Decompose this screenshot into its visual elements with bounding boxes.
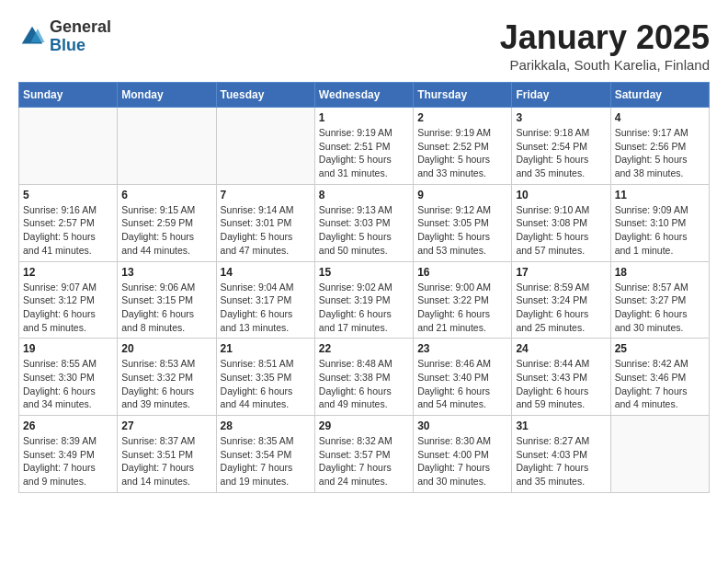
- calendar-cell: 6Sunrise: 9:15 AM Sunset: 2:59 PM Daylig…: [118, 184, 216, 261]
- day-info: Sunrise: 9:13 AM Sunset: 3:03 PM Dayligh…: [319, 203, 409, 258]
- month-title: January 2025: [500, 18, 710, 57]
- day-number: 29: [319, 419, 409, 432]
- calendar-cell: 10Sunrise: 9:10 AM Sunset: 3:08 PM Dayli…: [512, 184, 610, 261]
- calendar-cell: 2Sunrise: 9:19 AM Sunset: 2:52 PM Daylig…: [414, 108, 512, 185]
- calendar-cell: 3Sunrise: 9:18 AM Sunset: 2:54 PM Daylig…: [512, 108, 610, 185]
- weekday-header: Saturday: [610, 83, 709, 108]
- weekday-header: Tuesday: [216, 83, 314, 108]
- calendar-week-row: 26Sunrise: 8:39 AM Sunset: 3:49 PM Dayli…: [19, 416, 710, 493]
- calendar-week-row: 5Sunrise: 9:16 AM Sunset: 2:57 PM Daylig…: [19, 184, 710, 261]
- day-number: 3: [516, 111, 606, 124]
- logo: General Blue: [18, 18, 111, 55]
- day-info: Sunrise: 8:30 AM Sunset: 4:00 PM Dayligh…: [417, 434, 507, 488]
- day-number: 15: [319, 266, 409, 279]
- calendar-cell: 31Sunrise: 8:27 AM Sunset: 4:03 PM Dayli…: [512, 416, 610, 493]
- day-info: Sunrise: 8:57 AM Sunset: 3:27 PM Dayligh…: [615, 281, 705, 335]
- day-info: Sunrise: 8:27 AM Sunset: 4:03 PM Dayligh…: [516, 434, 606, 488]
- day-info: Sunrise: 9:14 AM Sunset: 3:01 PM Dayligh…: [221, 203, 311, 258]
- day-number: 24: [516, 342, 606, 355]
- calendar-cell: 4Sunrise: 9:17 AM Sunset: 2:56 PM Daylig…: [610, 108, 709, 185]
- day-info: Sunrise: 9:06 AM Sunset: 3:15 PM Dayligh…: [121, 281, 211, 335]
- day-number: 6: [121, 189, 211, 201]
- calendar-cell: 15Sunrise: 9:02 AM Sunset: 3:19 PM Dayli…: [314, 261, 413, 339]
- title-block: January 2025 Parikkala, South Karelia, F…: [500, 18, 710, 73]
- day-info: Sunrise: 8:32 AM Sunset: 3:57 PM Dayligh…: [319, 434, 409, 488]
- weekday-header: Friday: [512, 83, 610, 108]
- calendar-cell: 14Sunrise: 9:04 AM Sunset: 3:17 PM Dayli…: [216, 261, 314, 339]
- calendar-cell: 20Sunrise: 8:53 AM Sunset: 3:32 PM Dayli…: [118, 339, 216, 416]
- calendar-cell: 22Sunrise: 8:48 AM Sunset: 3:38 PM Dayli…: [314, 339, 413, 416]
- calendar-week-row: 19Sunrise: 8:55 AM Sunset: 3:30 PM Dayli…: [19, 339, 710, 416]
- day-info: Sunrise: 9:09 AM Sunset: 3:10 PM Dayligh…: [615, 203, 705, 258]
- day-info: Sunrise: 8:42 AM Sunset: 3:46 PM Dayligh…: [615, 357, 705, 411]
- calendar-cell: 27Sunrise: 8:37 AM Sunset: 3:51 PM Dayli…: [118, 416, 216, 493]
- calendar-cell: 29Sunrise: 8:32 AM Sunset: 3:57 PM Dayli…: [314, 416, 413, 493]
- calendar-cell: 19Sunrise: 8:55 AM Sunset: 3:30 PM Dayli…: [19, 339, 118, 416]
- weekday-header: Monday: [118, 83, 216, 108]
- calendar-cell: [118, 108, 216, 185]
- day-info: Sunrise: 9:15 AM Sunset: 2:59 PM Dayligh…: [121, 203, 211, 258]
- day-number: 31: [516, 419, 606, 432]
- calendar-cell: [216, 108, 314, 185]
- calendar-cell: 13Sunrise: 9:06 AM Sunset: 3:15 PM Dayli…: [118, 261, 216, 339]
- day-number: 18: [615, 266, 705, 279]
- calendar-cell: 26Sunrise: 8:39 AM Sunset: 3:49 PM Dayli…: [19, 416, 118, 493]
- day-number: 12: [23, 266, 113, 279]
- location: Parikkala, South Karelia, Finland: [500, 57, 710, 73]
- day-number: 13: [121, 266, 211, 279]
- calendar-cell: 9Sunrise: 9:12 AM Sunset: 3:05 PM Daylig…: [414, 184, 512, 261]
- calendar-cell: 7Sunrise: 9:14 AM Sunset: 3:01 PM Daylig…: [216, 184, 314, 261]
- day-number: 11: [615, 189, 705, 201]
- calendar-week-row: 12Sunrise: 9:07 AM Sunset: 3:12 PM Dayli…: [19, 261, 710, 339]
- day-number: 8: [319, 189, 409, 201]
- day-number: 19: [23, 342, 113, 355]
- day-number: 10: [516, 189, 606, 201]
- calendar: SundayMondayTuesdayWednesdayThursdayFrid…: [18, 82, 710, 493]
- calendar-cell: 18Sunrise: 8:57 AM Sunset: 3:27 PM Dayli…: [610, 261, 709, 339]
- day-number: 9: [417, 189, 507, 201]
- weekday-header: Wednesday: [314, 83, 413, 108]
- day-info: Sunrise: 8:53 AM Sunset: 3:32 PM Dayligh…: [121, 357, 211, 411]
- day-number: 21: [221, 342, 311, 355]
- day-info: Sunrise: 8:48 AM Sunset: 3:38 PM Dayligh…: [319, 357, 409, 411]
- day-info: Sunrise: 9:19 AM Sunset: 2:52 PM Dayligh…: [417, 126, 507, 180]
- calendar-cell: 24Sunrise: 8:44 AM Sunset: 3:43 PM Dayli…: [512, 339, 610, 416]
- calendar-cell: [610, 416, 709, 493]
- calendar-cell: 8Sunrise: 9:13 AM Sunset: 3:03 PM Daylig…: [314, 184, 413, 261]
- day-info: Sunrise: 8:35 AM Sunset: 3:54 PM Dayligh…: [221, 434, 311, 488]
- day-number: 26: [23, 419, 113, 432]
- day-number: 1: [319, 111, 409, 124]
- day-number: 14: [221, 266, 311, 279]
- weekday-header: Thursday: [414, 83, 512, 108]
- day-number: 2: [417, 111, 507, 124]
- day-info: Sunrise: 8:59 AM Sunset: 3:24 PM Dayligh…: [516, 281, 606, 335]
- day-info: Sunrise: 9:10 AM Sunset: 3:08 PM Dayligh…: [516, 203, 606, 258]
- day-number: 28: [221, 419, 311, 432]
- day-info: Sunrise: 9:12 AM Sunset: 3:05 PM Dayligh…: [417, 203, 507, 258]
- calendar-cell: 30Sunrise: 8:30 AM Sunset: 4:00 PM Dayli…: [414, 416, 512, 493]
- day-info: Sunrise: 8:44 AM Sunset: 3:43 PM Dayligh…: [516, 357, 606, 411]
- day-number: 23: [417, 342, 507, 355]
- weekday-row: SundayMondayTuesdayWednesdayThursdayFrid…: [19, 83, 710, 108]
- day-number: 5: [23, 189, 113, 201]
- calendar-body: 1Sunrise: 9:19 AM Sunset: 2:51 PM Daylig…: [19, 108, 710, 493]
- day-info: Sunrise: 9:04 AM Sunset: 3:17 PM Dayligh…: [221, 281, 311, 335]
- calendar-cell: [19, 108, 118, 185]
- day-number: 20: [121, 342, 211, 355]
- page-header: General Blue January 2025 Parikkala, Sou…: [18, 18, 710, 73]
- day-info: Sunrise: 8:55 AM Sunset: 3:30 PM Dayligh…: [23, 357, 113, 411]
- calendar-cell: 12Sunrise: 9:07 AM Sunset: 3:12 PM Dayli…: [19, 261, 118, 339]
- weekday-header: Sunday: [19, 83, 118, 108]
- logo-text: General Blue: [50, 18, 111, 55]
- day-info: Sunrise: 9:18 AM Sunset: 2:54 PM Dayligh…: [516, 126, 606, 180]
- calendar-cell: 1Sunrise: 9:19 AM Sunset: 2:51 PM Daylig…: [314, 108, 413, 185]
- calendar-header: SundayMondayTuesdayWednesdayThursdayFrid…: [19, 83, 710, 108]
- calendar-cell: 25Sunrise: 8:42 AM Sunset: 3:46 PM Dayli…: [610, 339, 709, 416]
- logo-icon: [18, 23, 46, 51]
- day-number: 16: [417, 266, 507, 279]
- day-info: Sunrise: 9:16 AM Sunset: 2:57 PM Dayligh…: [23, 203, 113, 258]
- day-info: Sunrise: 9:07 AM Sunset: 3:12 PM Dayligh…: [23, 281, 113, 335]
- day-info: Sunrise: 8:46 AM Sunset: 3:40 PM Dayligh…: [417, 357, 507, 411]
- calendar-cell: 17Sunrise: 8:59 AM Sunset: 3:24 PM Dayli…: [512, 261, 610, 339]
- day-number: 7: [221, 189, 311, 201]
